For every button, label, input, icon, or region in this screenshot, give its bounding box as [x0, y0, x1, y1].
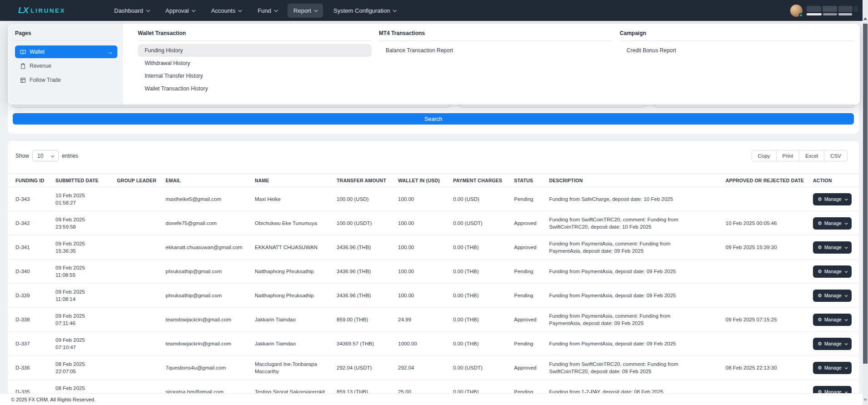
header-email[interactable]: EMAIL	[166, 174, 255, 187]
print-button[interactable]: Print	[777, 150, 800, 161]
cell-description: Funding from SwiftCoinTRC20, comment: Fu…	[549, 356, 726, 380]
gear-icon: ⚙	[818, 197, 822, 202]
cell-approved-date: 09 Feb 2025 15:39:30	[726, 235, 813, 260]
cell-approved-date: 09 Feb 2025 07:15:25	[726, 308, 813, 332]
table-row[interactable]: D-343 10 Feb 2025 01:58:27 maxiheike5@gm…	[8, 187, 859, 211]
navbar-user-area[interactable]	[790, 0, 858, 21]
cell-action: ⚙ Manage	[813, 260, 859, 284]
manage-button[interactable]: ⚙ Manage	[813, 193, 852, 205]
scrollbar-thumb[interactable]	[863, 24, 868, 364]
sidebar-item-wallet[interactable]: Wallet →	[15, 45, 117, 58]
header-description[interactable]: DESCRIPTION	[549, 174, 726, 187]
cell-wallet-in: 100.00	[398, 211, 453, 235]
menu-item-withdrawal-history[interactable]: Withdrawal History	[138, 57, 372, 70]
chevron-down-icon	[274, 8, 278, 12]
nav-item-report[interactable]: Report	[288, 4, 323, 18]
gear-icon: ⚙	[818, 245, 822, 250]
grid-icon	[20, 77, 26, 83]
scroll-down-icon[interactable]	[863, 399, 867, 401]
nav-item-system-configuration[interactable]: System Configuration	[328, 4, 402, 18]
cell-wallet-in: 1000.00	[398, 332, 453, 356]
cell-payment-charges: 0.00 (THB)	[453, 332, 514, 356]
table-row[interactable]: D-342 09 Feb 2025 23:59:58 donefe75@gmai…	[8, 211, 859, 235]
chevron-down-icon	[844, 342, 848, 345]
nav-item-approval[interactable]: Approval	[160, 4, 201, 18]
copy-button[interactable]: Copy	[752, 150, 777, 161]
page-size-select[interactable]: 10	[32, 150, 59, 161]
table-row[interactable]: D-341 09 Feb 2025 15:36:35 ekkanatt.chua…	[8, 235, 859, 260]
header-action: ACTION	[813, 174, 859, 187]
manage-button[interactable]: ⚙ Manage	[813, 217, 852, 230]
nav-item-fund[interactable]: Fund	[252, 4, 283, 18]
cell-transfer-amount: 859.00 (THB)	[337, 308, 398, 332]
header-transfer-amount[interactable]: TRANSFER AMOUNT	[337, 174, 398, 187]
manage-button[interactable]: ⚙ Manage	[813, 338, 852, 350]
manage-button[interactable]: ⚙ Manage	[813, 290, 852, 302]
cell-approved-date	[726, 284, 813, 308]
cell-funding-id: D-342	[8, 211, 56, 235]
vertical-scrollbar[interactable]	[863, 0, 868, 405]
gear-icon: ⚙	[818, 341, 822, 346]
cell-action: ⚙ Manage	[813, 308, 859, 332]
header-group-leader[interactable]: GROUP LEADER	[117, 174, 166, 187]
manage-button[interactable]: ⚙ Manage	[813, 314, 852, 326]
nav-item-dashboard[interactable]: Dashboard	[108, 4, 155, 18]
cell-submitted-date: 08 Feb 2025 07:31:34	[56, 380, 117, 394]
main-nav: Dashboard Approval Accounts Fund Report …	[108, 0, 402, 21]
cell-submitted-date: 09 Feb 2025 15:36:35	[56, 235, 117, 260]
table-row[interactable]: D-337 09 Feb 2025 07:10:47 teamdowjackri…	[8, 332, 859, 356]
excel-button[interactable]: Excel	[799, 150, 824, 161]
app-root: Search LX LIRUNEX Dashboard Approval Acc…	[0, 0, 868, 405]
menu-item-balance-transaction-report[interactable]: Balance Transaction Report	[379, 44, 613, 57]
header-status[interactable]: STATUS	[514, 174, 549, 187]
csv-button[interactable]: CSV	[824, 150, 848, 161]
header-funding-id[interactable]: FUNDING ID	[8, 174, 56, 187]
sidebar-item-follow-trade[interactable]: Follow Trade	[15, 74, 117, 86]
sidebar-item-revenue[interactable]: Revenue	[15, 60, 117, 72]
footer: © 2025 FX CRM. All Rights Reserved.	[0, 393, 868, 405]
manage-button[interactable]: ⚙ Manage	[813, 386, 852, 394]
table-row[interactable]: D-338 09 Feb 2025 07:11:46 teamdowjackri…	[8, 308, 859, 332]
cell-action: ⚙ Manage	[813, 235, 859, 260]
user-avatar[interactable]	[790, 5, 802, 17]
chevron-down-icon	[50, 154, 54, 157]
cell-email: siroratsa.bm@gmail.com	[166, 380, 255, 394]
cell-funding-id: D-341	[8, 235, 56, 260]
header-name[interactable]: NAME	[255, 174, 337, 187]
header-payment-charges[interactable]: PAYMENT CHARGES	[453, 174, 514, 187]
table-row[interactable]: D-335 08 Feb 2025 07:31:34 siroratsa.bm@…	[8, 380, 859, 394]
menu-item-internal-transfer-history[interactable]: Internal Transfer History	[138, 70, 372, 82]
cell-wallet-in: 100.00	[398, 260, 453, 284]
cell-funding-id: D-337	[8, 332, 56, 356]
menu-item-funding-history[interactable]: Funding History	[138, 44, 372, 57]
cell-funding-id: D-343	[8, 187, 56, 211]
header-approved-date[interactable]: APPROVED OR REJECTED DATE	[726, 174, 813, 187]
nav-item-accounts[interactable]: Accounts	[205, 4, 247, 18]
cell-submitted-date: 09 Feb 2025 07:11:46	[56, 308, 117, 332]
funding-history-table: FUNDING ID SUBMITTED DATE GROUP LEADER E…	[8, 174, 859, 394]
header-submitted-date[interactable]: SUBMITTED DATE	[56, 174, 117, 187]
mega-menu-columns: Wallet Transaction Funding History Withd…	[123, 24, 860, 105]
cell-action: ⚙ Manage	[813, 187, 859, 211]
table-row[interactable]: D-340 09 Feb 2025 11:08:55 phruksathip@g…	[8, 260, 859, 284]
menu-item-wallet-transaction-history[interactable]: Wallet Transaction History	[138, 82, 372, 95]
manage-button[interactable]: ⚙ Manage	[813, 241, 852, 254]
export-button-group: Copy Print Excel CSV	[752, 150, 848, 161]
cell-payment-charges: 0.00 (THB)	[453, 308, 514, 332]
manage-button[interactable]: ⚙ Manage	[813, 265, 852, 278]
brand-logo[interactable]: LX LIRUNEX	[18, 0, 66, 21]
header-wallet-in[interactable]: WALLET IN (USD)	[398, 174, 453, 187]
cell-payment-charges: 0.00 (THB)	[453, 284, 514, 308]
manage-button[interactable]: ⚙ Manage	[813, 362, 852, 374]
table-row[interactable]: D-339 09 Feb 2025 11:08:14 phruksathip@g…	[8, 284, 859, 308]
cell-payment-charges: 0.00 (THB)	[453, 260, 514, 284]
cell-transfer-amount: 100.00 (USD)	[337, 187, 398, 211]
table-row[interactable]: D-336 08 Feb 2025 22:07:05 7questions4u@…	[8, 356, 859, 380]
gear-icon: ⚙	[818, 221, 822, 226]
show-label: Show	[15, 153, 29, 159]
top-navbar: LX LIRUNEX Dashboard Approval Accounts F…	[0, 0, 868, 21]
cell-description: Funding from SafeCharge, deposit date: 1…	[549, 187, 726, 211]
scroll-up-icon[interactable]	[863, 17, 867, 20]
search-button[interactable]: Search	[13, 113, 854, 125]
menu-item-credit-bonus-report[interactable]: Credit Bonus Report	[620, 44, 853, 57]
